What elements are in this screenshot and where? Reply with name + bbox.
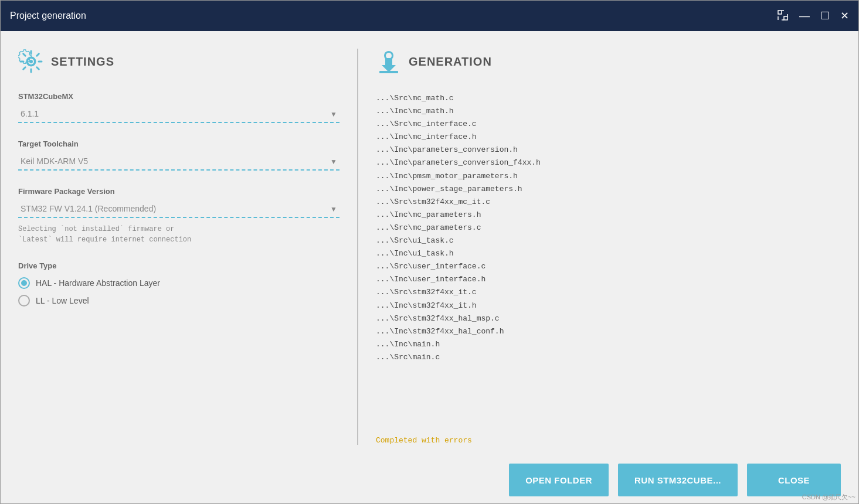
generation-header: GENERATION — [376, 49, 841, 74]
svg-point-7 — [29, 60, 33, 63]
log-line: ...\Inc\mc_parameters.h — [376, 209, 835, 222]
titlebar: Project generation — ☐ ✕ — [1, 1, 858, 31]
fullscreen-button[interactable] — [777, 9, 789, 23]
window-title: Project generation — [10, 11, 777, 21]
main-window: Project generation — ☐ ✕ — [0, 0, 859, 504]
close-button[interactable]: ✕ — [840, 11, 849, 21]
ll-radio-button[interactable] — [18, 295, 30, 307]
run-stm32cube-button[interactable]: RUN STM32Cube... — [618, 464, 738, 496]
firmware-label: Firmware Package Version — [18, 187, 339, 196]
log-line: ...\Src\stm32f4xx_hal_msp.c — [376, 312, 835, 325]
log-line: ...\Src\mc_parameters.c — [376, 222, 835, 234]
log-line: ...\Inc\stm32f4xx_it.h — [376, 299, 835, 312]
hal-radio-button[interactable] — [18, 277, 30, 289]
toolchain-select[interactable]: Keil MDK-ARM V5 — [18, 153, 339, 171]
generation-status: Completed with errors — [376, 436, 841, 445]
log-line: ...\Src\stm32f4xx_mc_it.c — [376, 196, 835, 209]
svg-line-14 — [37, 54, 39, 56]
drive-type-label: Drive Type — [18, 261, 339, 270]
toolchain-label: Target Toolchain — [18, 139, 339, 148]
log-line: ...\Src\stm32f4xx_it.c — [376, 286, 835, 299]
log-line: ...\Src\ui_task.c — [376, 234, 835, 247]
svg-line-12 — [23, 54, 26, 56]
log-line: ...\Inc\mc_math.h — [376, 105, 835, 118]
log-line: ...\Src\mc_math.c — [376, 92, 835, 105]
log-line: ...\Inc\power_stage_parameters.h — [376, 183, 835, 196]
action-buttons: OPEN FOLDER RUN STM32Cube... CLOSE — [509, 464, 841, 496]
firmware-version-select[interactable]: STM32 FW V1.24.1 (Recommended) — [18, 200, 339, 218]
download-icon — [376, 49, 402, 74]
stm32-select-wrapper[interactable]: 6.1.1 ▼ — [18, 105, 339, 123]
hal-radio-option[interactable]: HAL - Hardware Abstraction Layer — [18, 277, 339, 289]
log-line: ...\Inc\stm32f4xx_hal_conf.h — [376, 325, 835, 338]
svg-rect-0 — [778, 11, 782, 14]
log-line: ...\Src\mc_interface.c — [376, 118, 835, 131]
svg-rect-1 — [784, 16, 787, 20]
open-folder-button[interactable]: OPEN FOLDER — [509, 464, 609, 496]
generation-panel: GENERATION ...\Src\mc_math.c...\Inc\mc_m… — [358, 49, 841, 445]
toolchain-section: Target Toolchain Keil MDK-ARM V5 ▼ — [18, 139, 339, 171]
hal-radio-label: HAL - Hardware Abstraction Layer — [36, 278, 160, 288]
stm32-label: STM32CubeMX — [18, 92, 339, 101]
log-line: ...\Inc\mc_interface.h — [376, 131, 835, 144]
maximize-button[interactable]: ☐ — [820, 11, 830, 21]
firmware-note: Selecting `not installed` firmware or `L… — [18, 224, 339, 245]
settings-panel: SETTINGS STM32CubeMX 6.1.1 ▼ Target Tool… — [18, 49, 358, 445]
generation-title: GENERATION — [409, 55, 492, 69]
log-line: ...\Inc\main.h — [376, 338, 835, 351]
log-line: ...\Inc\pmsm_motor_parameters.h — [376, 170, 835, 183]
log-line: ...\Inc\user_interface.h — [376, 273, 835, 286]
close-button-main[interactable]: CLOSE — [747, 464, 841, 496]
firmware-section: Firmware Package Version STM32 FW V1.24.… — [18, 187, 339, 245]
drive-type-section: Drive Type HAL - Hardware Abstraction La… — [18, 261, 339, 307]
log-line: ...\Inc\ui_task.h — [376, 247, 835, 260]
toolchain-select-wrapper[interactable]: Keil MDK-ARM V5 ▼ — [18, 153, 339, 171]
stm32-section: STM32CubeMX 6.1.1 ▼ — [18, 92, 339, 123]
svg-line-15 — [23, 67, 26, 70]
content-area: SETTINGS STM32CubeMX 6.1.1 ▼ Target Tool… — [1, 31, 858, 457]
log-line: ...\Src\main.c — [376, 351, 835, 364]
log-line: ...\Src\user_interface.c — [376, 260, 835, 273]
log-line: ...\Inc\parameters_conversion.h — [376, 144, 835, 156]
bottom-bar: OPEN FOLDER RUN STM32Cube... CLOSE — [1, 457, 858, 503]
settings-title: SETTINGS — [51, 55, 114, 69]
svg-line-13 — [37, 67, 39, 70]
ll-radio-label: LL - Low Level — [36, 296, 89, 305]
firmware-select-wrapper[interactable]: STM32 FW V1.24.1 (Recommended) ▼ — [18, 200, 339, 218]
watermark: CSDN @须尺欠~~ — [802, 493, 855, 502]
stm32-version-select[interactable]: 6.1.1 — [18, 105, 339, 123]
gear-icon — [18, 49, 44, 74]
svg-point-17 — [386, 53, 392, 59]
svg-rect-18 — [379, 71, 398, 73]
generation-log[interactable]: ...\Src\mc_math.c...\Inc\mc_math.h...\Sr… — [376, 92, 841, 429]
log-line: ...\Inc\parameters_conversion_f4xx.h — [376, 156, 835, 169]
settings-header: SETTINGS — [18, 49, 339, 74]
minimize-button[interactable]: — — [799, 11, 810, 21]
window-controls: — ☐ ✕ — [777, 9, 849, 23]
ll-radio-option[interactable]: LL - Low Level — [18, 295, 339, 307]
